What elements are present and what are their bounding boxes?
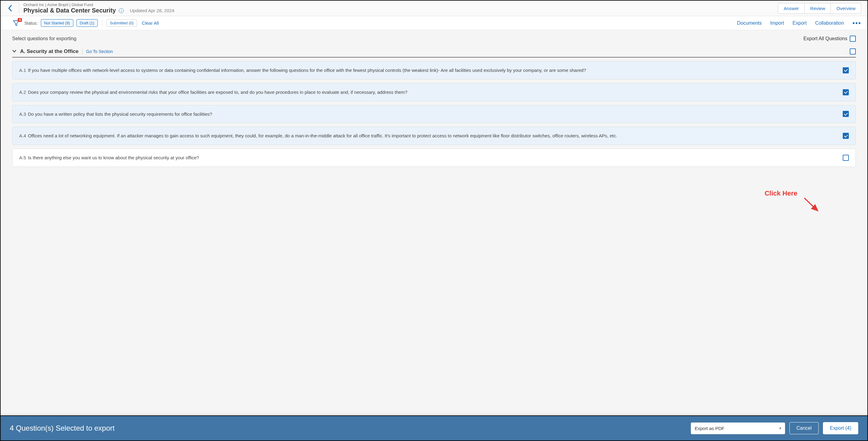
status-label: Status: [24, 21, 38, 26]
question-text: A.5 Is there anything else you want us t… [19, 154, 835, 161]
content-area: Select questions for exporting Export Al… [1, 30, 867, 436]
tab-overview[interactable]: Overview [831, 3, 861, 13]
page-header: Orchard Inc | Acme Brazil | Global Fund … [1, 1, 867, 16]
cancel-button[interactable]: Cancel [789, 422, 819, 434]
bottom-controls: Export as PDF ▾ Cancel Export (4) [691, 422, 858, 434]
documents-link[interactable]: Documents [737, 21, 762, 26]
view-tabs: Answer Review Overview [778, 3, 861, 14]
question-number: A.1 [19, 68, 27, 73]
chip-draft[interactable]: Draft (1) [76, 19, 98, 27]
question-checkbox[interactable] [843, 155, 849, 161]
chevron-down-icon: ▾ [779, 426, 781, 430]
question-number: A.2 [19, 90, 27, 95]
question-text: A.3 Do you have a written policy that li… [19, 111, 835, 118]
divider [19, 3, 19, 13]
question-card[interactable]: A.1 If you have multiple offices with ne… [12, 61, 856, 80]
updated-date: Updated Apr 28, 2024 [130, 8, 174, 13]
question-text: A.1 If you have multiple offices with ne… [19, 67, 835, 74]
export-format-value: Export as PDF [695, 426, 724, 431]
chevron-down-icon[interactable] [12, 49, 17, 54]
question-card[interactable]: A.2 Does your company review the physica… [12, 83, 856, 101]
select-row: Select questions for exporting Export Al… [12, 36, 856, 42]
page-title: Physical & Data Center Security [24, 7, 116, 14]
chip-submitted[interactable]: Submitted (0) [106, 19, 137, 27]
export-all-label: Export All Questions [803, 36, 847, 41]
clear-all-link[interactable]: Clear All [142, 21, 159, 26]
collaboration-link[interactable]: Collaboration [815, 21, 844, 26]
chip-not-started[interactable]: Not Started (9) [41, 19, 73, 27]
goto-section-link[interactable]: Go To Section [86, 49, 113, 54]
question-card[interactable]: A.3 Do you have a written policy that li… [12, 105, 856, 123]
export-button[interactable]: Export (4) [823, 422, 858, 434]
divider [102, 20, 102, 27]
filter-bar: 4 Status: Not Started (9) Draft (1) Subm… [1, 16, 867, 30]
filter-count-badge: 4 [18, 18, 22, 22]
right-action-links: Documents Import Export Collaboration ••… [737, 21, 861, 26]
question-number: A.3 [19, 112, 27, 117]
question-number: A.5 [19, 155, 27, 160]
breadcrumb: Orchard Inc | Acme Brazil | Global Fund [24, 2, 174, 7]
export-all-checkbox[interactable] [850, 36, 856, 42]
question-card[interactable]: A.4 Offices need a lot of networking equ… [12, 127, 856, 145]
export-all-group: Export All Questions [803, 36, 856, 42]
export-bottom-bar: 4 Question(s) Selected to export Export … [1, 415, 867, 440]
question-card[interactable]: A.5 Is there anything else you want us t… [12, 149, 856, 167]
question-checkbox[interactable] [843, 67, 849, 73]
tab-answer[interactable]: Answer [778, 3, 805, 13]
export-format-select[interactable]: Export as PDF ▾ [691, 422, 785, 434]
question-checkbox[interactable] [843, 133, 849, 139]
question-text: A.4 Offices need a lot of networking equ… [19, 132, 835, 139]
section-header: A. Security at the Office Go To Section [12, 46, 856, 58]
section-title: A. Security at the Office [20, 49, 79, 55]
back-button[interactable] [5, 4, 14, 13]
tab-review[interactable]: Review [805, 3, 831, 13]
filter-icon[interactable]: 4 [13, 20, 20, 27]
question-text: A.2 Does your company review the physica… [19, 89, 835, 96]
info-icon[interactable]: i [119, 8, 124, 13]
select-prompt: Select questions for exporting [12, 36, 76, 41]
section-checkbox[interactable] [850, 49, 856, 55]
export-link[interactable]: Export [793, 21, 806, 26]
selected-summary: 4 Question(s) Selected to export [10, 424, 115, 433]
more-menu-icon[interactable]: ••• [852, 21, 861, 25]
divider [82, 49, 83, 54]
title-block: Orchard Inc | Acme Brazil | Global Fund … [24, 2, 174, 14]
question-checkbox[interactable] [843, 89, 849, 95]
import-link[interactable]: Import [770, 21, 784, 26]
question-number: A.4 [19, 133, 27, 138]
question-checkbox[interactable] [843, 111, 849, 117]
